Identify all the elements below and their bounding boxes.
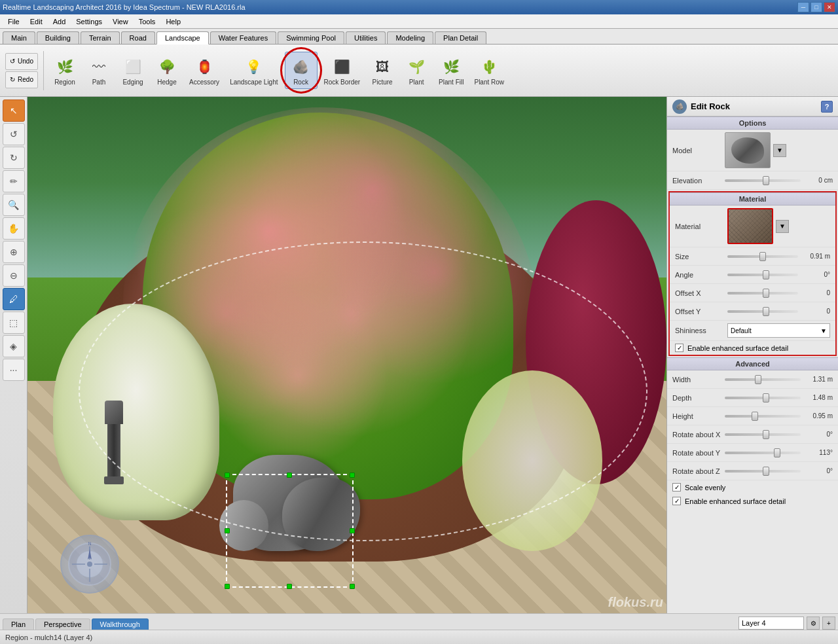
menu-tools[interactable]: Tools [134, 16, 161, 27]
tool-redo-left[interactable]: ↻ [3, 147, 25, 169]
model-dropdown-button[interactable]: ▼ [773, 144, 786, 157]
undo-button[interactable]: ↺ Undo [5, 53, 38, 70]
depth-slider[interactable] [725, 397, 801, 399]
menu-view[interactable]: View [107, 16, 134, 27]
tool-hedge[interactable]: 🌳 Hedge [151, 52, 183, 88]
tool-region[interactable]: 🌿 Region [49, 52, 81, 88]
height-thumb[interactable] [752, 412, 758, 421]
menu-file[interactable]: File [3, 16, 25, 27]
handle-top-left[interactable] [225, 473, 230, 478]
rotate-y-value: 113° [803, 449, 833, 456]
elevation-slider[interactable] [725, 179, 801, 182]
scale-evenly-checkbox[interactable]: ✓ [672, 483, 681, 492]
tool-landscape-light[interactable]: 💡 Landscape Light [226, 52, 282, 88]
offset-x-slider[interactable] [727, 292, 798, 295]
handle-right-mid[interactable] [350, 528, 355, 533]
rotate-y-slider[interactable] [725, 452, 801, 454]
advanced-enhanced-checkbox[interactable]: ✓ [672, 497, 681, 505]
viewport[interactable]: N flokus.ru [27, 97, 666, 613]
elevation-thumb[interactable] [763, 176, 769, 185]
angle-thumb[interactable] [763, 270, 769, 279]
tab-perspective[interactable]: Perspective [35, 618, 90, 630]
tab-main[interactable]: Main [3, 31, 35, 44]
offset-y-thumb[interactable] [763, 307, 769, 316]
nav-widget[interactable]: N [60, 535, 119, 594]
help-button[interactable]: ? [821, 101, 833, 113]
tab-building[interactable]: Building [37, 31, 79, 44]
advanced-section-label: Advanced [667, 357, 838, 370]
material-dropdown-button[interactable]: ▼ [776, 220, 789, 233]
layer-settings-button[interactable]: ⚙ [807, 617, 820, 630]
tool-plant-row[interactable]: 🌵 Plant Row [470, 52, 508, 88]
handle-bottom-mid[interactable] [287, 584, 292, 589]
handle-left-mid[interactable] [225, 528, 230, 533]
size-value: 0.91 m [801, 253, 830, 260]
tool-zoom[interactable]: 🔍 [3, 194, 25, 216]
offset-x-thumb[interactable] [763, 289, 769, 298]
minimize-button[interactable]: ─ [797, 2, 809, 12]
material-enhanced-label: Enable enhanced surface detail [687, 344, 788, 352]
rotate-y-thumb[interactable] [774, 448, 780, 457]
tab-terrain[interactable]: Terrain [81, 31, 120, 44]
tool-picture[interactable]: 🖼 Picture [367, 52, 398, 88]
rotate-z-thumb[interactable] [763, 467, 769, 476]
tool-more-2[interactable]: ◈ [3, 335, 25, 357]
tab-modeling[interactable]: Modeling [387, 31, 433, 44]
tab-plan-detail[interactable]: Plan Detail [435, 31, 486, 44]
tab-water-features[interactable]: Water Features [210, 31, 276, 44]
offset-y-slider[interactable] [727, 310, 798, 313]
tool-plant-fill[interactable]: 🌿 Plant Fill [435, 52, 467, 88]
angle-slider[interactable] [727, 274, 798, 276]
material-enhanced-checkbox[interactable]: ✓ [675, 344, 683, 352]
tool-pan[interactable]: ✋ [3, 217, 25, 240]
tool-accessory[interactable]: 🏮 Accessory [185, 52, 223, 88]
tool-pencil[interactable]: ✏ [3, 170, 25, 192]
width-slider[interactable] [725, 378, 801, 381]
depth-thumb[interactable] [763, 393, 769, 402]
tab-walkthrough[interactable]: Walkthrough [92, 618, 149, 630]
title-bar: Realtime Landscaping Architect 2016 by I… [0, 0, 838, 14]
tool-rock[interactable]: 🪨 Rock [285, 52, 318, 89]
tool-zoom-out[interactable]: ⊖ [3, 264, 25, 287]
rotate-x-slider[interactable] [725, 433, 801, 436]
layer-select[interactable]: Layer 4 [738, 617, 804, 630]
rotate-x-thumb[interactable] [763, 430, 769, 439]
plant-icon: 🌱 [405, 55, 428, 79]
tool-plant[interactable]: 🌱 Plant [401, 52, 432, 88]
tab-landscape[interactable]: Landscape [156, 31, 209, 45]
tab-swimming-pool[interactable]: Swimming Pool [278, 31, 344, 44]
menu-add[interactable]: Add [48, 16, 71, 27]
menu-settings[interactable]: Settings [71, 16, 107, 27]
width-thumb[interactable] [755, 375, 761, 384]
height-slider[interactable] [725, 415, 801, 418]
redo-button[interactable]: ↻ Redo [5, 71, 38, 88]
tool-more-3[interactable]: ··· [3, 359, 25, 381]
tab-utilities[interactable]: Utilities [346, 31, 386, 44]
model-thumbnail[interactable] [725, 132, 771, 168]
tool-path[interactable]: 〰 Path [83, 52, 115, 88]
tab-plan[interactable]: Plan [3, 618, 34, 630]
handle-bottom-right[interactable] [350, 584, 355, 589]
menu-edit[interactable]: Edit [25, 16, 48, 27]
tab-road[interactable]: Road [121, 31, 155, 44]
size-thumb[interactable] [759, 252, 766, 261]
tool-rock-border[interactable]: ⬛ Rock Border [320, 52, 365, 88]
handle-top-right[interactable] [350, 473, 355, 478]
tool-more-1[interactable]: ⬚ [3, 312, 25, 334]
menu-help[interactable]: Help [160, 16, 186, 27]
shininess-select[interactable]: Default ▼ [727, 323, 830, 338]
material-thumbnail[interactable] [727, 208, 773, 244]
size-slider[interactable] [727, 255, 798, 258]
tool-edging[interactable]: ⬜ Edging [117, 52, 149, 88]
tool-zoom-in[interactable]: ⊕ [3, 241, 25, 263]
rotate-z-slider[interactable] [725, 470, 801, 473]
tool-select[interactable]: ↖ [3, 99, 25, 122]
maximize-button[interactable]: □ [811, 2, 822, 12]
handle-top-mid[interactable] [287, 473, 292, 478]
layer-add-button[interactable]: + [822, 617, 835, 630]
right-panel: 🪨 Edit Rock ? Options Model ▼ Elevation [666, 97, 838, 613]
tool-paint[interactable]: 🖊 [3, 288, 25, 310]
tool-undo-left[interactable]: ↺ [3, 123, 25, 145]
handle-bottom-left[interactable] [225, 584, 230, 589]
close-button[interactable]: ✕ [824, 2, 835, 12]
